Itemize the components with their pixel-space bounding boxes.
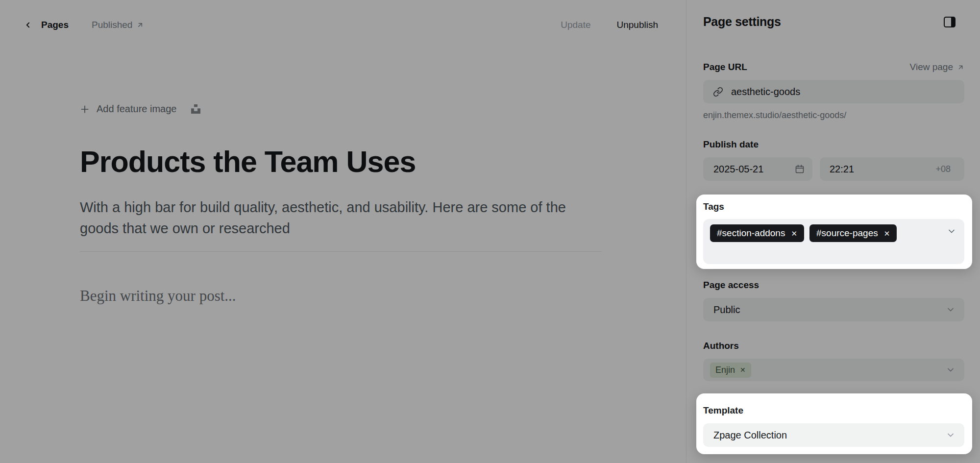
view-page-link[interactable]: View page xyxy=(910,62,964,73)
chevron-down-icon xyxy=(946,305,956,315)
link-icon xyxy=(713,87,723,97)
publish-time-value: 22:21 xyxy=(830,164,854,175)
authors-combobox[interactable]: Enjin ✕ xyxy=(703,359,964,381)
page-url-value: aesthetic-goods xyxy=(731,86,800,97)
tag-pill: #source-pages ✕ xyxy=(809,224,897,242)
arrow-up-right-icon xyxy=(957,64,964,71)
post-body-input[interactable]: Begin writing your post... xyxy=(80,287,236,305)
author-pill: Enjin ✕ xyxy=(710,363,751,378)
chevron-down-icon xyxy=(946,365,956,375)
add-feature-image-button[interactable]: Add feature image xyxy=(80,103,176,115)
post-title-input[interactable]: Products the Team Uses xyxy=(80,144,416,179)
publish-time-input[interactable]: 22:21 +08 xyxy=(820,157,964,181)
unsplash-icon xyxy=(191,104,200,114)
tag-pill-label: #source-pages xyxy=(816,228,878,239)
page-url-section: Page URL View page aesthetic-goods enjin… xyxy=(703,61,964,121)
full-url-caption: enjin.themex.studio/aesthetic-goods/ xyxy=(703,110,964,121)
unpublish-button[interactable]: Unpublish xyxy=(617,20,659,30)
tag-pill-label: #section-addons xyxy=(717,228,785,239)
publish-date-input[interactable]: 2025-05-21 xyxy=(703,157,812,181)
tags-section-highlighted: Tags #section-addons ✕ #source-pages ✕ xyxy=(696,195,972,269)
page-settings-panel: Page settings Page URL View page xyxy=(686,0,980,463)
template-select[interactable]: Zpage Collection xyxy=(703,423,964,447)
chevron-down-icon[interactable] xyxy=(947,226,956,236)
timezone-suffix: +08 xyxy=(935,164,951,174)
publish-date-value: 2025-05-21 xyxy=(713,164,763,175)
template-label: Template xyxy=(703,405,743,415)
app-root: Pages Published Update Unpublish Add fea… xyxy=(0,0,980,463)
remove-tag-button[interactable]: ✕ xyxy=(791,230,797,237)
chevron-down-icon xyxy=(946,430,956,440)
page-url-input[interactable]: aesthetic-goods xyxy=(703,80,964,103)
page-access-select[interactable]: Public xyxy=(703,298,964,321)
page-settings-title: Page settings xyxy=(703,15,781,29)
tag-pill: #section-addons ✕ xyxy=(710,224,804,242)
back-to-pages-button[interactable]: Pages xyxy=(24,20,69,30)
remove-author-button[interactable]: ✕ xyxy=(740,366,746,374)
close-panel-button[interactable] xyxy=(944,17,956,27)
chevron-left-icon xyxy=(24,21,32,29)
feature-image-row: Add feature image xyxy=(80,103,200,115)
plus-icon xyxy=(80,104,90,114)
page-url-label: Page URL xyxy=(703,61,747,73)
authors-section: Authors Enjin ✕ xyxy=(703,340,964,381)
back-label: Pages xyxy=(41,20,69,30)
authors-label: Authors xyxy=(703,341,739,351)
author-pill-label: Enjin xyxy=(715,365,735,375)
subtitle-divider xyxy=(80,251,602,252)
calendar-icon xyxy=(795,164,805,174)
tags-label: Tags xyxy=(703,201,724,212)
page-access-label: Page access xyxy=(703,280,759,290)
template-section-highlighted: Template Zpage Collection xyxy=(696,393,972,454)
editor-canvas: Add feature image Products the Team Uses… xyxy=(80,0,602,463)
page-access-section: Page access Public xyxy=(703,279,964,321)
sidebar-toggle-icon xyxy=(944,17,956,27)
editor-pane: Pages Published Update Unpublish Add fea… xyxy=(0,0,686,463)
unsplash-button[interactable] xyxy=(191,104,200,114)
post-subtitle-input[interactable]: With a high bar for build quality, aesth… xyxy=(80,197,587,239)
view-page-label: View page xyxy=(910,62,953,73)
remove-tag-button[interactable]: ✕ xyxy=(884,230,890,237)
page-access-value: Public xyxy=(713,304,740,316)
add-feature-image-label: Add feature image xyxy=(97,103,176,115)
publish-date-label: Publish date xyxy=(703,139,759,149)
page-settings-header: Page settings xyxy=(703,15,956,29)
tags-combobox[interactable]: #section-addons ✕ #source-pages ✕ xyxy=(703,219,964,264)
template-value: Zpage Collection xyxy=(713,430,787,441)
publish-date-section: Publish date 2025-05-21 22:21 +08 xyxy=(703,139,964,181)
